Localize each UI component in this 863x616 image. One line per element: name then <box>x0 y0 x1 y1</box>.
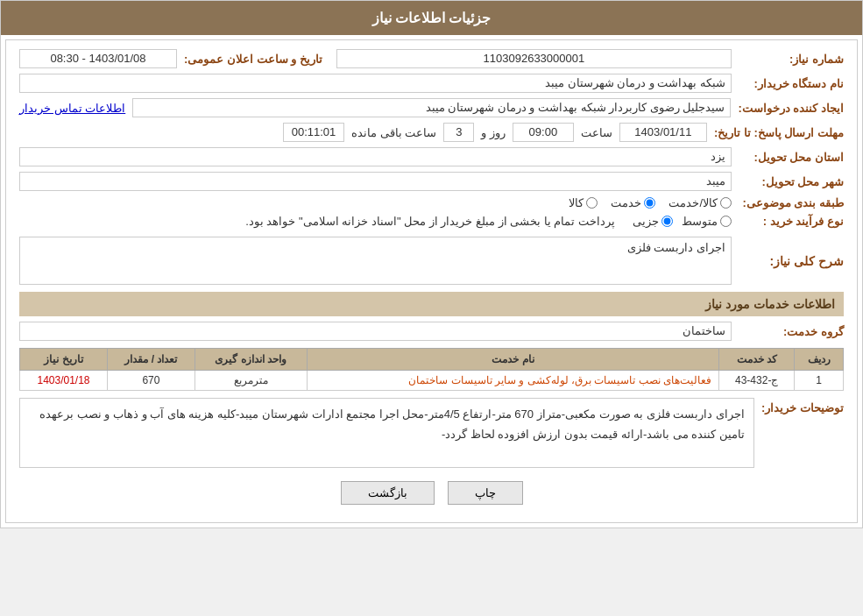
label-noFarayand: نوع فرآیند خرید : <box>739 215 844 228</box>
value-mohlat-roz: 3 <box>443 123 474 142</box>
label-kala-khadamat: کالا/خدمت <box>668 196 718 209</box>
radio-input-jazei[interactable] <box>661 216 673 227</box>
label-jazei: جزیی <box>633 215 659 228</box>
label-ostan: استان محل تحویل: <box>739 151 844 164</box>
page-wrapper: جزئیات اطلاعات نیاز شماره نیاز: 11030926… <box>0 0 863 528</box>
row-noFarayand: نوع فرآیند خرید : متوسط جزیی پرداخت تمام… <box>19 215 844 228</box>
btn-back[interactable]: بازگشت <box>341 481 435 505</box>
td-tedad: 670 <box>107 371 195 391</box>
td-namKhadamat: فعالیت‌های نصب تاسیسات برق، لوله‌کشی و س… <box>307 371 718 391</box>
th-tedad: تعداد / مقدار <box>107 349 195 371</box>
label-mohlat: مهلت ارسال پاسخ: تا تاریخ: <box>714 126 844 139</box>
td-tarikhNiaz: 1403/01/18 <box>20 371 108 391</box>
content-area: شماره نیاز: 1103092633000001 تاریخ و ساع… <box>5 39 858 523</box>
radio-motavasset[interactable]: متوسط <box>682 215 732 228</box>
label-sharh: شرح کلی نیاز: <box>739 254 844 268</box>
th-kodKhadamat: کد خدمت <box>719 349 795 371</box>
value-goroheKhadamat: ساختمان <box>19 322 732 341</box>
row-mohlat: مهلت ارسال پاسخ: تا تاریخ: 1403/01/11 سا… <box>19 123 844 142</box>
label-mohlat-remaining: ساعت باقی مانده <box>351 126 436 139</box>
label-takhDate: تاریخ و ساعت اعلان عمومی: <box>184 53 322 66</box>
row-shahr: شهر محل تحویل: میبد <box>19 172 844 191</box>
radio-input-kala[interactable] <box>586 197 598 209</box>
section-khadamat-title: اطلاعات خدمات مورد نیاز <box>19 292 844 316</box>
table-header-row: ردیف کد خدمت نام خدمت واحد اندازه گیری ت… <box>20 349 844 371</box>
services-table: ردیف کد خدمت نام خدمت واحد اندازه گیری ت… <box>19 348 844 391</box>
radio-kala-khadamat[interactable]: کالا/خدمت <box>668 196 732 209</box>
radio-input-khadamat[interactable] <box>644 197 655 209</box>
row-tozi: توضیحات خریدار: اجرای داربست فلزی به صور… <box>19 398 844 468</box>
table-row: 1ج-432-43فعالیت‌های نصب تاسیسات برق، لول… <box>20 371 844 391</box>
th-radif: ردیف <box>795 349 844 371</box>
radio-jazei[interactable]: جزیی <box>633 215 673 228</box>
noFarayand-note: پرداخت تمام یا بخشی از مبلغ خریدار از مح… <box>245 215 615 228</box>
value-mohlat-time: 09:00 <box>513 123 574 142</box>
btn-print[interactable]: چاپ <box>448 481 523 505</box>
link-etelaat[interactable]: اطلاعات تماس خریدار <box>19 102 125 115</box>
section-sharh: شرح کلی نیاز: اجرای داربست فلزی <box>19 237 844 285</box>
value-shahr: میبد <box>19 172 732 191</box>
label-mohlat-time: ساعت <box>581 126 612 139</box>
value-ijadKonande: سیدجلیل رضوی کاربردار شبکه بهداشت و درما… <box>132 98 731 117</box>
value-shomareNiaz: 1103092633000001 <box>336 49 732 68</box>
buttons-row: چاپ بازگشت <box>19 481 844 505</box>
th-namKhadamat: نام خدمت <box>307 349 718 371</box>
label-tabaqe: طبقه بندی موضوعی: <box>739 196 844 209</box>
td-vahed: مترمربع <box>195 371 307 391</box>
value-namDastgah: شبکه بهداشت و درمان شهرستان میبد <box>19 74 732 93</box>
label-goroheKhadamat: گروه خدمت: <box>739 325 844 338</box>
value-sharh: اجرای داربست فلزی <box>19 237 732 285</box>
row-sharh: شرح کلی نیاز: اجرای داربست فلزی <box>19 237 844 285</box>
label-kala: کالا <box>569 196 584 209</box>
label-shahr: شهر محل تحویل: <box>739 175 844 188</box>
label-mohlat-roz: روز و <box>481 126 506 139</box>
label-tozi: توضیحات خریدار: <box>761 398 844 414</box>
label-shomareNiaz: شماره نیاز: <box>739 53 844 66</box>
value-ostan: یزد <box>19 147 732 166</box>
table-body: 1ج-432-43فعالیت‌های نصب تاسیسات برق، لول… <box>20 371 844 391</box>
row-ijadKonande: ایجاد کننده درخواست: سیدجلیل رضوی کاربرد… <box>19 98 844 117</box>
value-mohlat-remaining: 00:11:01 <box>283 123 344 142</box>
td-radif: 1 <box>795 371 844 391</box>
label-khadamat: خدمت <box>611 196 641 209</box>
row-ostan: استان محل تحویل: یزد <box>19 147 844 166</box>
radio-input-kala-khadamat[interactable] <box>720 197 732 209</box>
row-namDastgah: نام دستگاه خریدار: شبکه بهداشت و درمان ش… <box>19 74 844 93</box>
label-ijadKonande: ایجاد کننده درخواست: <box>738 102 844 115</box>
radio-khadamat[interactable]: خدمت <box>611 196 655 209</box>
radio-kala[interactable]: کالا <box>569 196 598 209</box>
th-tarikhNiaz: تاریخ نیاز <box>20 349 108 371</box>
page-header: جزئیات اطلاعات نیاز <box>1 1 862 35</box>
value-tozi: اجرای داربست فلزی به صورت مکعبی-متراز 67… <box>19 398 754 468</box>
page-title: جزئیات اطلاعات نیاز <box>372 11 492 25</box>
value-takhDate: 1403/01/08 - 08:30 <box>19 49 177 68</box>
label-namDastgah: نام دستگاه خریدار: <box>739 77 844 90</box>
label-motavasset: متوسط <box>682 215 718 228</box>
tabaqe-radio-group: کالا/خدمت خدمت کالا <box>569 196 732 209</box>
noFarayand-radio-group: متوسط جزیی پرداخت تمام یا بخشی از مبلغ خ… <box>245 215 732 228</box>
value-mohlat-date: 1403/01/11 <box>619 123 707 142</box>
radio-input-motavasset[interactable] <box>720 216 732 227</box>
td-kodKhadamat: ج-432-43 <box>719 371 795 391</box>
row-shomareNiaz: شماره نیاز: 1103092633000001 تاریخ و ساع… <box>19 49 844 68</box>
th-vahed: واحد اندازه گیری <box>195 349 307 371</box>
row-goroheKhadamat: گروه خدمت: ساختمان <box>19 322 844 341</box>
row-tabaqe: طبقه بندی موضوعی: کالا/خدمت خدمت کالا <box>19 196 844 209</box>
